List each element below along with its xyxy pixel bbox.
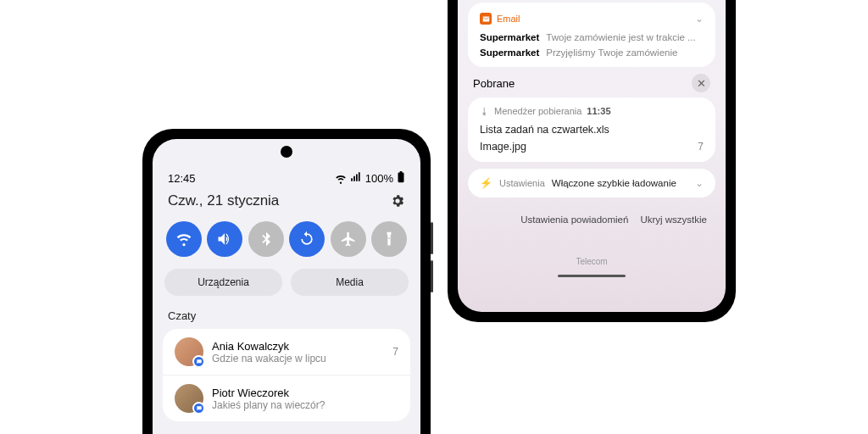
downloads-header: Pobrane bbox=[473, 77, 515, 90]
chat-name: Ania Kowalczyk bbox=[212, 340, 384, 353]
hide-all-link[interactable]: Ukryj wszystkie bbox=[640, 214, 707, 225]
download-file: Lista zadań na czwartek.xls bbox=[480, 121, 704, 138]
charging-card[interactable]: ⚡ Ustawienia Włączone szybkie ładowanie … bbox=[468, 169, 715, 198]
signal-icon bbox=[350, 171, 362, 186]
bluetooth-toggle[interactable] bbox=[248, 221, 284, 257]
media-button[interactable]: Media bbox=[291, 269, 409, 296]
wifi-toggle[interactable] bbox=[166, 221, 202, 257]
rotate-toggle[interactable] bbox=[289, 221, 325, 257]
quick-settings bbox=[153, 221, 420, 269]
screen-left: 12:45 100% Czw., 21 stycznia bbox=[153, 139, 420, 434]
email-sender: Supermarket bbox=[480, 47, 539, 58]
chats-header: Czaty bbox=[153, 304, 420, 329]
email-card[interactable]: Email ⌄ Supermarket Twoje zamówienie jes… bbox=[468, 3, 715, 67]
chats-card: Ania Kowalczyk Gdzie na wakacje w lipcu … bbox=[163, 329, 410, 421]
volume-up-button[interactable] bbox=[431, 222, 433, 254]
chevron-down-icon[interactable]: ⌄ bbox=[695, 177, 704, 189]
email-icon bbox=[480, 13, 492, 25]
download-time: 11:35 bbox=[587, 106, 610, 116]
download-file: Image.jpg bbox=[480, 138, 526, 155]
email-subject: Przyjęliśmy Twoje zamówienie bbox=[546, 47, 677, 58]
battery-icon bbox=[397, 171, 405, 186]
bolt-icon: ⚡ bbox=[480, 177, 492, 189]
airplane-toggle[interactable] bbox=[331, 221, 366, 257]
settings-label: Ustawienia bbox=[499, 178, 545, 188]
chat-message: Jakieś plany na wieczór? bbox=[212, 399, 398, 411]
messages-badge-icon bbox=[192, 355, 205, 368]
wifi-icon bbox=[335, 173, 347, 185]
svg-rect-1 bbox=[400, 171, 403, 173]
battery-text: 100% bbox=[365, 172, 393, 185]
status-bar: 12:45 100% bbox=[153, 171, 420, 186]
download-manager-label: Menedżer pobierania bbox=[494, 106, 581, 116]
email-label: Email bbox=[497, 14, 520, 24]
download-count: 7 bbox=[698, 141, 704, 153]
chat-message: Gdzie na wakacje w lipcu bbox=[212, 353, 384, 364]
volume-down-button[interactable] bbox=[431, 260, 433, 292]
chat-name: Piotr Wieczorek bbox=[212, 387, 398, 399]
settings-icon[interactable] bbox=[390, 193, 405, 209]
status-time: 12:45 bbox=[168, 172, 196, 185]
notifications-header: Powiadomienia bbox=[153, 428, 420, 434]
flashlight-toggle[interactable] bbox=[371, 221, 407, 257]
chat-item[interactable]: Piotr Wieczorek Jakieś plany na wieczór? bbox=[163, 375, 410, 421]
notification-settings-link[interactable]: Ustawienia powiadomień bbox=[520, 214, 628, 225]
download-icon: ⭳ bbox=[480, 106, 489, 116]
downloads-card[interactable]: ⭳ Menedżer pobierania 11:35 Lista zadań … bbox=[468, 97, 715, 162]
carrier-label: Telecom bbox=[458, 242, 726, 266]
chevron-down-icon[interactable]: ⌄ bbox=[695, 13, 704, 25]
phone-left: 12:45 100% Czw., 21 stycznia bbox=[142, 129, 431, 434]
phone-right: Powiadomienia Email ⌄ Supermarket Twoje … bbox=[448, 0, 736, 322]
date-text: Czw., 21 stycznia bbox=[168, 192, 279, 209]
devices-button[interactable]: Urządzenia bbox=[164, 269, 282, 296]
messages-badge-icon bbox=[192, 402, 205, 415]
email-sender: Supermarket bbox=[480, 32, 539, 42]
close-icon[interactable]: ✕ bbox=[692, 74, 710, 92]
sound-toggle[interactable] bbox=[207, 221, 242, 257]
home-indicator[interactable] bbox=[558, 275, 626, 277]
email-subject: Twoje zamówienie jest w trakcie ... bbox=[546, 32, 695, 42]
camera-notch bbox=[281, 146, 292, 158]
svg-rect-0 bbox=[398, 172, 404, 182]
chat-item[interactable]: Ania Kowalczyk Gdzie na wakacje w lipcu … bbox=[163, 329, 410, 375]
screen-right: Powiadomienia Email ⌄ Supermarket Twoje … bbox=[458, 0, 726, 312]
chat-count: 7 bbox=[392, 346, 398, 358]
charging-text: Włączone szybkie ładowanie bbox=[552, 178, 688, 188]
